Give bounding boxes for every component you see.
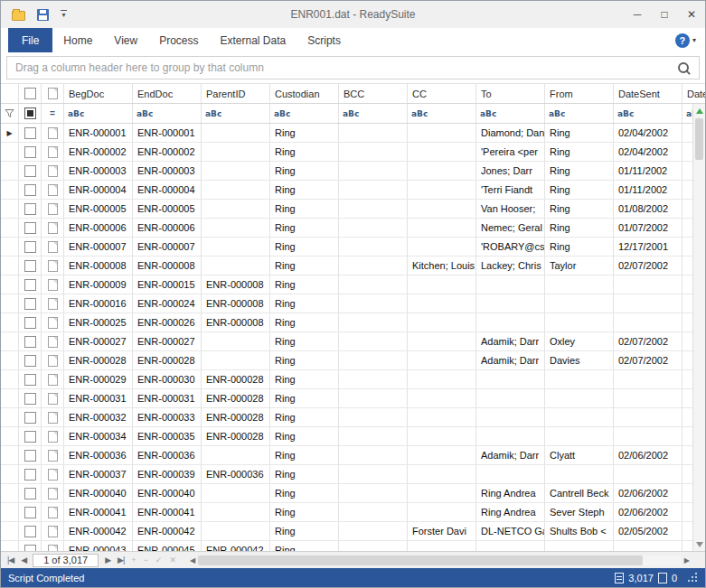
cell-begdoc[interactable]: ENR-000002: [64, 143, 133, 161]
row-checkbox[interactable]: [24, 146, 36, 158]
cell-from[interactable]: Taylor: [545, 257, 614, 275]
table-row[interactable]: ENR-000005ENR-000005RingVan Hooser;Ring0…: [1, 200, 705, 219]
column-header-cc[interactable]: CC: [408, 84, 476, 103]
cell-datesent[interactable]: 02/04/2002: [614, 124, 682, 142]
cell-datesent[interactable]: 02/07/2002: [614, 332, 682, 350]
row-checkbox[interactable]: [24, 488, 36, 499]
cell-custodian[interactable]: Ring: [270, 522, 339, 540]
tab-home[interactable]: Home: [52, 28, 103, 52]
cell-datesent[interactable]: 02/07/2002: [614, 257, 682, 275]
cell-parentid[interactable]: [202, 522, 270, 540]
cell-cc[interactable]: [408, 238, 476, 256]
cell-datesent[interactable]: [614, 427, 682, 445]
cell-cc[interactable]: [408, 484, 476, 502]
cell-begdoc[interactable]: ENR-000027: [64, 332, 133, 350]
row-checkbox[interactable]: [24, 545, 36, 552]
cell-bcc[interactable]: [339, 370, 408, 388]
cell-custodian[interactable]: Ring: [270, 484, 339, 502]
cell-cc[interactable]: [408, 446, 476, 464]
cell-to[interactable]: [476, 408, 545, 426]
row-checkbox-cell[interactable]: [19, 446, 42, 464]
cell-enddoc[interactable]: ENR-000028: [133, 351, 202, 369]
tab-process[interactable]: Process: [148, 28, 209, 52]
cell-cc[interactable]: [408, 124, 476, 142]
cell-custodian[interactable]: Ring: [270, 465, 339, 483]
cell-custodian[interactable]: Ring: [270, 275, 339, 294]
column-header-date[interactable]: Date: [682, 84, 705, 103]
table-row[interactable]: ENR-000037ENR-000039ENR-000036Ring: [1, 465, 705, 484]
row-checkbox-cell[interactable]: [19, 313, 42, 331]
cell-to[interactable]: [476, 389, 545, 407]
tab-view[interactable]: View: [103, 28, 148, 52]
cell-begdoc[interactable]: ENR-000008: [64, 257, 133, 275]
cell-parentid[interactable]: ENR-000028: [202, 370, 270, 388]
row-checkbox-cell[interactable]: [19, 503, 42, 521]
cell-to[interactable]: Ring Andrea: [476, 484, 545, 502]
horizontal-scroll-thumb[interactable]: [198, 555, 643, 565]
row-checkbox[interactable]: [24, 184, 36, 196]
cell-from[interactable]: [545, 427, 614, 445]
cell-begdoc[interactable]: ENR-000025: [64, 313, 133, 331]
row-checkbox[interactable]: [24, 393, 36, 405]
vertical-scroll-thumb[interactable]: [695, 118, 703, 160]
cell-custodian[interactable]: Ring: [270, 446, 339, 464]
cell-bcc[interactable]: [339, 238, 408, 256]
cell-to[interactable]: Jones; Darr: [476, 162, 545, 180]
cell-begdoc[interactable]: ENR-000043: [64, 541, 133, 551]
cell-cc[interactable]: [408, 370, 476, 388]
cell-begdoc[interactable]: ENR-000032: [64, 408, 133, 426]
vertical-scrollbar[interactable]: [692, 104, 705, 551]
cell-to[interactable]: 'ROBARY@cs.: [476, 238, 545, 256]
cell-to[interactable]: Adamik; Darr: [476, 351, 545, 369]
resize-grip-icon[interactable]: [688, 573, 698, 583]
cell-to[interactable]: Lackey; Chris: [476, 257, 545, 275]
cell-custodian[interactable]: Ring: [270, 541, 339, 551]
cell-datesent[interactable]: 01/08/2002: [614, 200, 682, 218]
row-checkbox-cell[interactable]: [19, 408, 42, 426]
cell-parentid[interactable]: ENR-000028: [202, 427, 270, 445]
column-header-bcc[interactable]: BCC: [339, 84, 408, 103]
end-edit-button[interactable]: ✓: [152, 552, 166, 568]
row-checkbox[interactable]: [24, 412, 36, 424]
scroll-down-icon[interactable]: [696, 542, 703, 547]
cell-parentid[interactable]: [202, 257, 270, 275]
cell-enddoc[interactable]: ENR-000035: [133, 427, 202, 445]
cell-enddoc[interactable]: ENR-000045: [133, 541, 202, 551]
cell-to[interactable]: DL-NETCO Ga: [476, 522, 545, 540]
cell-to[interactable]: [476, 370, 545, 388]
row-checkbox-cell[interactable]: [19, 238, 42, 256]
row-checkbox-cell[interactable]: [19, 351, 42, 369]
cell-cc[interactable]: [408, 275, 476, 294]
cell-begdoc[interactable]: ENR-000029: [64, 370, 133, 388]
cell-enddoc[interactable]: ENR-000040: [133, 484, 202, 502]
cell-to[interactable]: Adamik; Darr: [476, 446, 545, 464]
row-checkbox[interactable]: [24, 127, 36, 139]
filter-cell-custodian[interactable]: aBc: [270, 104, 339, 123]
cell-cc[interactable]: [408, 503, 476, 521]
row-checkbox[interactable]: [24, 450, 36, 462]
table-row[interactable]: ENR-000034ENR-000035ENR-000028Ring: [1, 427, 705, 446]
cell-enddoc[interactable]: ENR-000033: [133, 408, 202, 426]
cell-parentid[interactable]: [202, 238, 270, 256]
row-checkbox[interactable]: [24, 279, 36, 291]
table-row[interactable]: ENR-000003ENR-000003RingJones; DarrRing0…: [1, 162, 705, 181]
cell-parentid[interactable]: ENR-000008: [202, 275, 270, 294]
cell-parentid[interactable]: ENR-000028: [202, 389, 270, 407]
filter-checkbox-cell[interactable]: [19, 104, 42, 123]
cell-cc[interactable]: [408, 181, 476, 199]
cell-begdoc[interactable]: ENR-000028: [64, 351, 133, 369]
row-checkbox[interactable]: [24, 165, 36, 177]
row-checkbox[interactable]: [24, 469, 36, 481]
horizontal-scroll-track[interactable]: [198, 555, 682, 565]
cell-from[interactable]: Oxley: [545, 332, 614, 350]
table-row[interactable]: ENR-000008ENR-000008RingKitchen; LouisLa…: [1, 257, 705, 275]
cell-cc[interactable]: [408, 351, 476, 369]
cell-begdoc[interactable]: ENR-000005: [64, 200, 133, 218]
cell-enddoc[interactable]: ENR-000008: [133, 257, 202, 275]
cell-cc[interactable]: Kitchen; Louis: [408, 257, 476, 275]
cell-bcc[interactable]: [339, 408, 408, 426]
cell-cc[interactable]: [408, 219, 476, 237]
cell-cc[interactable]: [408, 313, 476, 331]
last-record-button[interactable]: ▶|: [114, 552, 127, 568]
table-row[interactable]: ENR-000040ENR-000040RingRing AndreaCantr…: [1, 484, 705, 503]
